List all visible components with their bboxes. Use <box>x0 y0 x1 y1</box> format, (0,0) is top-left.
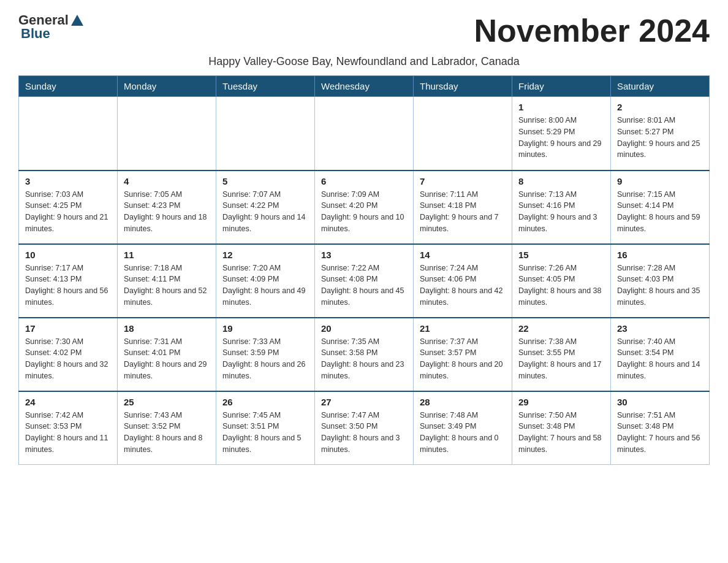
calendar-cell: 8Sunrise: 7:13 AMSunset: 4:16 PMDaylight… <box>512 170 611 244</box>
calendar-cell: 10Sunrise: 7:17 AMSunset: 4:13 PMDayligh… <box>19 244 118 318</box>
day-info: Sunrise: 7:50 AMSunset: 3:48 PMDaylight:… <box>518 410 604 456</box>
day-info: Sunrise: 7:31 AMSunset: 4:01 PMDaylight:… <box>124 336 210 382</box>
day-info: Sunrise: 7:03 AMSunset: 4:25 PMDaylight:… <box>25 189 111 235</box>
calendar-cell: 15Sunrise: 7:26 AMSunset: 4:05 PMDayligh… <box>512 244 611 318</box>
calendar-header-sunday: Sunday <box>19 76 118 97</box>
calendar-cell: 14Sunrise: 7:24 AMSunset: 4:06 PMDayligh… <box>414 244 512 318</box>
day-info: Sunrise: 7:05 AMSunset: 4:23 PMDaylight:… <box>124 189 210 235</box>
day-info: Sunrise: 7:51 AMSunset: 3:48 PMDaylight:… <box>617 410 703 456</box>
day-number: 9 <box>617 176 703 186</box>
calendar-cell: 4Sunrise: 7:05 AMSunset: 4:23 PMDaylight… <box>118 170 216 244</box>
day-number: 10 <box>25 250 111 260</box>
calendar-cell: 6Sunrise: 7:09 AMSunset: 4:20 PMDaylight… <box>315 170 414 244</box>
day-number: 29 <box>518 397 604 407</box>
day-number: 14 <box>420 250 506 260</box>
calendar-cell <box>118 97 216 170</box>
calendar-cell: 1Sunrise: 8:00 AMSunset: 5:29 PMDaylight… <box>512 97 611 170</box>
calendar-week-3: 10Sunrise: 7:17 AMSunset: 4:13 PMDayligh… <box>19 244 710 318</box>
day-number: 26 <box>222 397 308 407</box>
calendar-cell: 17Sunrise: 7:30 AMSunset: 4:02 PMDayligh… <box>19 318 118 391</box>
calendar-cell: 27Sunrise: 7:47 AMSunset: 3:50 PMDayligh… <box>315 391 414 465</box>
calendar-table: SundayMondayTuesdayWednesdayThursdayFrid… <box>18 75 710 465</box>
day-number: 12 <box>222 250 308 260</box>
calendar-cell <box>315 97 414 170</box>
day-info: Sunrise: 7:37 AMSunset: 3:57 PMDaylight:… <box>420 336 506 382</box>
calendar-cell: 22Sunrise: 7:38 AMSunset: 3:55 PMDayligh… <box>512 318 611 391</box>
day-info: Sunrise: 7:07 AMSunset: 4:22 PMDaylight:… <box>222 189 308 235</box>
subtitle: Happy Valley-Goose Bay, Newfoundland and… <box>18 55 710 68</box>
calendar-cell: 28Sunrise: 7:48 AMSunset: 3:49 PMDayligh… <box>414 391 512 465</box>
page-header: General Blue November 2024 <box>18 12 710 49</box>
day-info: Sunrise: 7:33 AMSunset: 3:59 PMDaylight:… <box>222 336 308 382</box>
day-number: 28 <box>420 397 506 407</box>
day-number: 1 <box>518 102 604 112</box>
logo-blue: Blue <box>21 26 50 41</box>
calendar-cell: 12Sunrise: 7:20 AMSunset: 4:09 PMDayligh… <box>216 244 315 318</box>
calendar-week-4: 17Sunrise: 7:30 AMSunset: 4:02 PMDayligh… <box>19 318 710 391</box>
day-info: Sunrise: 7:09 AMSunset: 4:20 PMDaylight:… <box>321 189 407 235</box>
day-number: 21 <box>420 323 506 334</box>
day-number: 11 <box>124 250 210 260</box>
calendar-cell: 11Sunrise: 7:18 AMSunset: 4:11 PMDayligh… <box>118 244 216 318</box>
calendar-week-1: 1Sunrise: 8:00 AMSunset: 5:29 PMDaylight… <box>19 97 710 170</box>
calendar-cell: 20Sunrise: 7:35 AMSunset: 3:58 PMDayligh… <box>315 318 414 391</box>
day-info: Sunrise: 7:35 AMSunset: 3:58 PMDaylight:… <box>321 336 407 382</box>
calendar-cell: 9Sunrise: 7:15 AMSunset: 4:14 PMDaylight… <box>611 170 710 244</box>
day-info: Sunrise: 7:20 AMSunset: 4:09 PMDaylight:… <box>222 262 308 308</box>
day-number: 18 <box>124 323 210 334</box>
calendar-cell <box>216 97 315 170</box>
calendar-cell: 19Sunrise: 7:33 AMSunset: 3:59 PMDayligh… <box>216 318 315 391</box>
day-number: 2 <box>617 102 703 112</box>
day-number: 20 <box>321 323 407 334</box>
day-info: Sunrise: 7:24 AMSunset: 4:06 PMDaylight:… <box>420 262 506 308</box>
day-number: 4 <box>124 176 210 186</box>
calendar-cell <box>414 97 512 170</box>
day-info: Sunrise: 7:42 AMSunset: 3:53 PMDaylight:… <box>25 410 111 456</box>
calendar-header-wednesday: Wednesday <box>315 76 414 97</box>
calendar-header-row: SundayMondayTuesdayWednesdayThursdayFrid… <box>19 76 710 97</box>
day-number: 24 <box>25 397 111 407</box>
calendar-cell: 26Sunrise: 7:45 AMSunset: 3:51 PMDayligh… <box>216 391 315 465</box>
day-info: Sunrise: 7:47 AMSunset: 3:50 PMDaylight:… <box>321 410 407 456</box>
day-number: 17 <box>25 323 111 334</box>
calendar-cell: 18Sunrise: 7:31 AMSunset: 4:01 PMDayligh… <box>118 318 216 391</box>
day-number: 22 <box>518 323 604 334</box>
day-number: 6 <box>321 176 407 186</box>
day-info: Sunrise: 7:30 AMSunset: 4:02 PMDaylight:… <box>25 336 111 382</box>
calendar-header-thursday: Thursday <box>414 76 512 97</box>
calendar-cell: 5Sunrise: 7:07 AMSunset: 4:22 PMDaylight… <box>216 170 315 244</box>
day-info: Sunrise: 7:17 AMSunset: 4:13 PMDaylight:… <box>25 262 111 308</box>
calendar-cell: 2Sunrise: 8:01 AMSunset: 5:27 PMDaylight… <box>611 97 710 170</box>
day-number: 5 <box>222 176 308 186</box>
day-info: Sunrise: 7:40 AMSunset: 3:54 PMDaylight:… <box>617 336 703 382</box>
day-number: 30 <box>617 397 703 407</box>
logo-triangle-icon <box>71 15 83 26</box>
calendar-cell: 25Sunrise: 7:43 AMSunset: 3:52 PMDayligh… <box>118 391 216 465</box>
day-number: 27 <box>321 397 407 407</box>
day-number: 7 <box>420 176 506 186</box>
day-info: Sunrise: 7:13 AMSunset: 4:16 PMDaylight:… <box>518 189 604 235</box>
calendar-cell: 29Sunrise: 7:50 AMSunset: 3:48 PMDayligh… <box>512 391 611 465</box>
day-number: 16 <box>617 250 703 260</box>
day-number: 3 <box>25 176 111 186</box>
calendar-cell: 23Sunrise: 7:40 AMSunset: 3:54 PMDayligh… <box>611 318 710 391</box>
day-info: Sunrise: 7:22 AMSunset: 4:08 PMDaylight:… <box>321 262 407 308</box>
day-info: Sunrise: 7:28 AMSunset: 4:03 PMDaylight:… <box>617 262 703 308</box>
calendar-cell: 3Sunrise: 7:03 AMSunset: 4:25 PMDaylight… <box>19 170 118 244</box>
calendar-cell: 24Sunrise: 7:42 AMSunset: 3:53 PMDayligh… <box>19 391 118 465</box>
calendar-header-tuesday: Tuesday <box>216 76 315 97</box>
day-number: 25 <box>124 397 210 407</box>
day-info: Sunrise: 7:43 AMSunset: 3:52 PMDaylight:… <box>124 410 210 456</box>
day-info: Sunrise: 7:26 AMSunset: 4:05 PMDaylight:… <box>518 262 604 308</box>
calendar-cell <box>19 97 118 170</box>
calendar-header-friday: Friday <box>512 76 611 97</box>
calendar-cell: 30Sunrise: 7:51 AMSunset: 3:48 PMDayligh… <box>611 391 710 465</box>
calendar-week-5: 24Sunrise: 7:42 AMSunset: 3:53 PMDayligh… <box>19 391 710 465</box>
day-number: 23 <box>617 323 703 334</box>
logo: General Blue <box>18 12 85 42</box>
month-title: November 2024 <box>474 12 710 49</box>
day-info: Sunrise: 7:48 AMSunset: 3:49 PMDaylight:… <box>420 410 506 456</box>
day-info: Sunrise: 7:38 AMSunset: 3:55 PMDaylight:… <box>518 336 604 382</box>
day-info: Sunrise: 8:00 AMSunset: 5:29 PMDaylight:… <box>518 115 604 161</box>
day-info: Sunrise: 7:45 AMSunset: 3:51 PMDaylight:… <box>222 410 308 456</box>
